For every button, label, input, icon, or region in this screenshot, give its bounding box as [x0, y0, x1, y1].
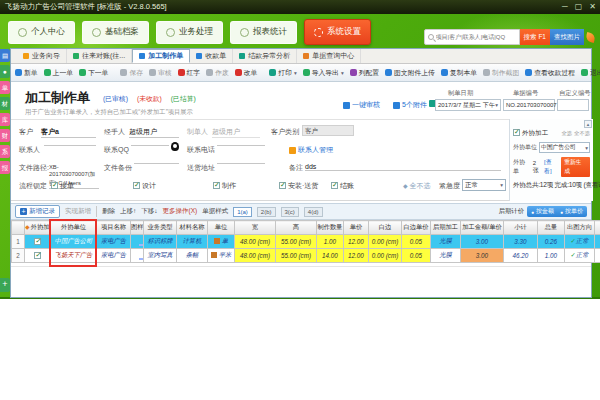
search-input[interactable]	[436, 34, 516, 40]
delete-row-button[interactable]: 删除	[102, 207, 115, 216]
urgency-select[interactable]: 正常▾	[462, 179, 506, 191]
dock-tab-orders[interactable]: 单	[0, 81, 10, 94]
dock-tab-status[interactable]: ●	[0, 65, 10, 78]
material-cell[interactable]: 条幅	[177, 249, 208, 263]
file-backup-field[interactable]	[134, 163, 179, 164]
tab-business-wizard[interactable]: 业务向导	[17, 49, 67, 63]
total-qty-cell[interactable]: 0.26	[538, 235, 565, 249]
move-down-button[interactable]: 下移↓	[141, 207, 157, 216]
custom-no-field[interactable]	[557, 99, 589, 111]
phone-field[interactable]	[217, 145, 265, 146]
copy-add-button[interactable]: 实现新增	[65, 207, 91, 216]
tab-document-query[interactable]: 单据查询中心	[297, 49, 361, 63]
unit-cell[interactable]: 单	[208, 235, 235, 249]
dock-tab-material[interactable]: 材	[0, 97, 10, 110]
col-remark[interactable]: 备注	[595, 221, 600, 235]
biz-type-cell[interactable]: 标识标牌	[144, 235, 177, 249]
col-margin-price[interactable]: 白边单价	[402, 221, 431, 235]
dock-tab-system[interactable]: 系	[0, 145, 10, 158]
search-button[interactable]: 搜索 F1	[520, 29, 550, 45]
tab-account-reconcile[interactable]: 往来对账(往...	[67, 49, 132, 63]
unit-cell[interactable]: 平米	[208, 249, 235, 263]
col-project-name[interactable]: 项目名称	[97, 221, 131, 235]
project-cell[interactable]: 家电广告	[97, 249, 131, 263]
col-total-qty[interactable]: 总量	[538, 221, 565, 235]
attachments-link[interactable]: 5个附件	[393, 100, 427, 110]
select-none-link[interactable]: 全不选	[574, 130, 590, 137]
close-icon[interactable]: ✕	[589, 0, 596, 14]
panel-collapse-icon[interactable]: ▴	[584, 120, 592, 128]
lock-checkbox-make[interactable]: 制作	[213, 181, 236, 191]
qty-cell[interactable]: 1.00	[317, 235, 344, 249]
col-direction[interactable]: 出图方向	[565, 221, 595, 235]
lock-checkbox-design[interactable]: 设计	[133, 181, 156, 191]
style-option-2[interactable]: 2(b)	[257, 207, 276, 217]
red-reverse-button[interactable]: 红字	[178, 68, 201, 78]
remark-cell[interactable]	[595, 235, 600, 249]
col-subtotal[interactable]: 小计	[504, 221, 538, 235]
qq-field[interactable]	[131, 145, 169, 146]
margin-price-cell[interactable]: 0.05	[402, 249, 431, 263]
col-width[interactable]: 宽	[235, 221, 276, 235]
biz-type-cell[interactable]: 室内写真	[144, 249, 177, 263]
width-cell[interactable]: 48.00 (cm)	[235, 249, 276, 263]
col-post-process[interactable]: 后期加工	[431, 221, 461, 235]
handler-field[interactable]: 超级用户	[129, 127, 179, 138]
col-biz-type[interactable]: 业务类型	[144, 221, 177, 235]
dock-tab-finance[interactable]: 财	[0, 129, 10, 142]
screenshot-button[interactable]: 制作截图	[483, 68, 519, 78]
direction-cell[interactable]: ✓正常	[565, 235, 595, 249]
margin-cell[interactable]: 0.00 (cm)	[369, 249, 402, 263]
remark-field[interactable]: dds	[305, 163, 501, 171]
nav-personal-center[interactable]: 个人中心	[8, 21, 75, 44]
price-cell[interactable]: 12.00	[344, 235, 369, 249]
dock-tab-stock[interactable]: 库	[0, 113, 10, 126]
width-cell[interactable]: 48.00 (cm)	[235, 235, 276, 249]
tab-receipt[interactable]: 收款单	[190, 49, 233, 63]
nav-report-stats[interactable]: 报表统计	[230, 21, 297, 44]
col-outsource-unit[interactable]: 外协单位	[51, 221, 97, 235]
column-config-button[interactable]: 列配置	[350, 68, 379, 78]
subtotal-cell[interactable]: 46.20	[504, 249, 538, 263]
dock-tab-report[interactable]: 报	[0, 161, 10, 174]
save-button[interactable]: 保存	[120, 68, 143, 78]
col-unit[interactable]: 单位	[208, 221, 235, 235]
customer-field[interactable]: 客户a	[41, 127, 96, 138]
col-material[interactable]: 材料名称	[177, 221, 208, 235]
copy-order-button[interactable]: 复制本单	[441, 68, 477, 78]
col-margin[interactable]: 白边	[369, 221, 402, 235]
contact-field[interactable]	[44, 145, 96, 146]
import-export-button[interactable]: 导入导出▾	[303, 68, 344, 78]
select-all-link[interactable]: 全选	[562, 130, 573, 137]
post-process-cell[interactable]: 光膜	[431, 249, 461, 263]
style-option-4[interactable]: 4(d)	[304, 207, 323, 217]
prev-order-button[interactable]: 上一单	[44, 68, 73, 78]
unselect-all-link[interactable]: ◆ 全不选	[403, 181, 431, 191]
outsource-summary-link[interactable]: 外协总共:12项 完成:10项 (查看详细)	[513, 181, 590, 190]
process-amount-cell[interactable]: 3.00	[461, 235, 504, 249]
margin-price-cell[interactable]: 0.05	[402, 235, 431, 249]
col-price[interactable]: 单价	[344, 221, 369, 235]
unit-name-cell[interactable]: 飞扬天下广告	[51, 249, 97, 263]
project-cell[interactable]: 家电广告	[97, 235, 131, 249]
void-button[interactable]: 作废	[206, 68, 229, 78]
date-picker[interactable]: 2017/3/7 星期二 下午▾	[435, 99, 501, 111]
nav-system-settings[interactable]: 系统设置	[304, 19, 371, 45]
outsource-cell[interactable]	[25, 249, 51, 263]
price-cell[interactable]: 12.00	[344, 249, 369, 263]
payment-process-button[interactable]: 查看收款过程	[525, 68, 575, 78]
outsource-checkbox[interactable]: 外协加工	[513, 129, 548, 138]
col-qty[interactable]: 制作数量	[317, 221, 344, 235]
add-record-button[interactable]: +新增记录	[15, 205, 60, 218]
material-cell[interactable]: 计算机	[177, 235, 208, 249]
unit-name-cell[interactable]: 中国广告公司	[51, 235, 97, 249]
search-box[interactable]	[424, 29, 520, 45]
regenerate-button[interactable]: 重新生成	[561, 157, 590, 177]
tab-processing-order[interactable]: 加工制作单	[132, 49, 190, 63]
lock-checkbox-order[interactable]: 接单	[51, 181, 74, 191]
lock-checkbox-install[interactable]: 安装·送货	[279, 181, 318, 191]
tab-payment-analysis[interactable]: 结款异常分析	[233, 49, 297, 63]
image-cell[interactable]	[131, 249, 144, 263]
modify-order-button[interactable]: 改单	[235, 68, 258, 78]
find-image-button[interactable]: 查找图片	[550, 29, 584, 45]
